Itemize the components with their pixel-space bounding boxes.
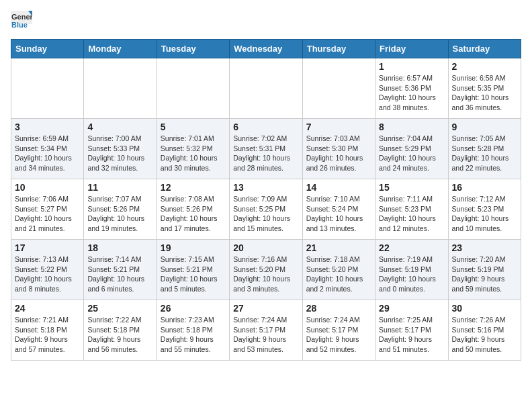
calendar-cell: [11, 58, 84, 119]
day-info: Sunrise: 7:23 AM Sunset: 5:18 PM Dayligh…: [161, 315, 226, 355]
day-number: 3: [15, 122, 80, 132]
logo-block: General Blue: [11, 11, 32, 32]
day-number: 2: [452, 61, 517, 72]
day-number: 15: [379, 182, 444, 193]
calendar-cell: 23Sunrise: 7:20 AM Sunset: 5:19 PM Dayli…: [448, 240, 521, 300]
svg-text:General: General: [11, 13, 32, 21]
weekday-header: Saturday: [448, 40, 521, 58]
calendar-cell: [302, 58, 375, 119]
calendar-body: 1Sunrise: 6:57 AM Sunset: 5:36 PM Daylig…: [11, 58, 521, 361]
day-number: 13: [233, 182, 298, 193]
weekday-header: Tuesday: [157, 40, 229, 58]
day-info: Sunrise: 7:11 AM Sunset: 5:23 PM Dayligh…: [379, 194, 444, 234]
day-number: 28: [306, 303, 371, 314]
calendar-cell: 30Sunrise: 7:26 AM Sunset: 5:16 PM Dayli…: [448, 300, 521, 361]
weekday-header: Monday: [84, 40, 157, 58]
day-number: 25: [87, 303, 152, 314]
day-number: 18: [87, 242, 152, 253]
calendar-cell: 14Sunrise: 7:10 AM Sunset: 5:24 PM Dayli…: [302, 179, 375, 240]
logo-svg: General Blue: [11, 11, 32, 32]
day-info: Sunrise: 7:13 AM Sunset: 5:22 PM Dayligh…: [15, 255, 80, 294]
calendar-cell: 6Sunrise: 7:02 AM Sunset: 5:31 PM Daylig…: [230, 119, 302, 179]
day-number: 27: [233, 303, 298, 314]
day-info: Sunrise: 7:02 AM Sunset: 5:31 PM Dayligh…: [233, 134, 298, 173]
day-info: Sunrise: 7:16 AM Sunset: 5:20 PM Dayligh…: [233, 255, 298, 294]
day-info: Sunrise: 7:25 AM Sunset: 5:17 PM Dayligh…: [379, 315, 444, 355]
calendar-cell: [157, 58, 229, 119]
day-info: Sunrise: 7:00 AM Sunset: 5:33 PM Dayligh…: [87, 134, 152, 173]
calendar-cell: [84, 58, 157, 119]
day-number: 12: [161, 182, 226, 193]
day-number: 8: [379, 122, 444, 132]
calendar-cell: 18Sunrise: 7:14 AM Sunset: 5:21 PM Dayli…: [84, 240, 157, 300]
calendar-week-row: 1Sunrise: 6:57 AM Sunset: 5:36 PM Daylig…: [11, 58, 521, 119]
day-number: 23: [452, 242, 517, 253]
calendar-week-row: 3Sunrise: 6:59 AM Sunset: 5:34 PM Daylig…: [11, 119, 521, 179]
day-number: 10: [15, 182, 80, 193]
calendar-cell: 22Sunrise: 7:19 AM Sunset: 5:19 PM Dayli…: [375, 240, 448, 300]
weekday-header: Sunday: [11, 40, 84, 58]
day-info: Sunrise: 7:22 AM Sunset: 5:18 PM Dayligh…: [87, 315, 152, 355]
day-info: Sunrise: 6:58 AM Sunset: 5:35 PM Dayligh…: [452, 73, 517, 113]
day-info: Sunrise: 7:06 AM Sunset: 5:27 PM Dayligh…: [15, 194, 80, 234]
day-info: Sunrise: 7:07 AM Sunset: 5:26 PM Dayligh…: [87, 194, 152, 234]
day-info: Sunrise: 7:26 AM Sunset: 5:16 PM Dayligh…: [452, 315, 517, 355]
calendar-cell: 28Sunrise: 7:24 AM Sunset: 5:17 PM Dayli…: [302, 300, 375, 361]
day-number: 5: [161, 122, 226, 132]
logo: General Blue: [11, 11, 32, 32]
day-info: Sunrise: 7:19 AM Sunset: 5:19 PM Dayligh…: [379, 255, 444, 294]
weekday-header: Wednesday: [230, 40, 302, 58]
day-info: Sunrise: 7:18 AM Sunset: 5:20 PM Dayligh…: [306, 255, 371, 294]
calendar-week-row: 10Sunrise: 7:06 AM Sunset: 5:27 PM Dayli…: [11, 179, 521, 240]
calendar-cell: 25Sunrise: 7:22 AM Sunset: 5:18 PM Dayli…: [84, 300, 157, 361]
day-info: Sunrise: 7:24 AM Sunset: 5:17 PM Dayligh…: [233, 315, 298, 355]
calendar-cell: 4Sunrise: 7:00 AM Sunset: 5:33 PM Daylig…: [84, 119, 157, 179]
header-row: SundayMondayTuesdayWednesdayThursdayFrid…: [11, 40, 521, 58]
day-info: Sunrise: 7:21 AM Sunset: 5:18 PM Dayligh…: [15, 315, 80, 355]
day-info: Sunrise: 7:20 AM Sunset: 5:19 PM Dayligh…: [452, 255, 517, 294]
day-info: Sunrise: 6:57 AM Sunset: 5:36 PM Dayligh…: [379, 73, 444, 113]
weekday-header: Friday: [375, 40, 448, 58]
day-number: 20: [233, 242, 298, 253]
svg-text:Blue: Blue: [11, 21, 28, 29]
calendar-week-row: 17Sunrise: 7:13 AM Sunset: 5:22 PM Dayli…: [11, 240, 521, 300]
calendar-cell: 17Sunrise: 7:13 AM Sunset: 5:22 PM Dayli…: [11, 240, 84, 300]
day-number: 16: [452, 182, 517, 193]
day-number: 29: [379, 303, 444, 314]
calendar-cell: 27Sunrise: 7:24 AM Sunset: 5:17 PM Dayli…: [230, 300, 302, 361]
calendar-table: SundayMondayTuesdayWednesdayThursdayFrid…: [11, 39, 521, 361]
day-number: 1: [379, 61, 444, 72]
day-number: 11: [87, 182, 152, 193]
day-info: Sunrise: 7:24 AM Sunset: 5:17 PM Dayligh…: [306, 315, 371, 355]
day-number: 14: [306, 182, 371, 193]
calendar-cell: 5Sunrise: 7:01 AM Sunset: 5:32 PM Daylig…: [157, 119, 229, 179]
calendar-cell: 24Sunrise: 7:21 AM Sunset: 5:18 PM Dayli…: [11, 300, 84, 361]
calendar-cell: 7Sunrise: 7:03 AM Sunset: 5:30 PM Daylig…: [302, 119, 375, 179]
day-number: 4: [87, 122, 152, 132]
day-info: Sunrise: 7:12 AM Sunset: 5:23 PM Dayligh…: [452, 194, 517, 234]
day-number: 9: [452, 122, 517, 132]
day-number: 7: [306, 122, 371, 132]
page-header: General Blue: [11, 11, 521, 32]
day-info: Sunrise: 7:15 AM Sunset: 5:21 PM Dayligh…: [161, 255, 226, 294]
calendar-cell: 16Sunrise: 7:12 AM Sunset: 5:23 PM Dayli…: [448, 179, 521, 240]
day-info: Sunrise: 7:08 AM Sunset: 5:26 PM Dayligh…: [161, 194, 226, 234]
calendar-cell: 3Sunrise: 6:59 AM Sunset: 5:34 PM Daylig…: [11, 119, 84, 179]
calendar-cell: 21Sunrise: 7:18 AM Sunset: 5:20 PM Dayli…: [302, 240, 375, 300]
day-info: Sunrise: 6:59 AM Sunset: 5:34 PM Dayligh…: [15, 134, 80, 173]
calendar-cell: 12Sunrise: 7:08 AM Sunset: 5:26 PM Dayli…: [157, 179, 229, 240]
calendar-cell: 8Sunrise: 7:04 AM Sunset: 5:29 PM Daylig…: [375, 119, 448, 179]
calendar-week-row: 24Sunrise: 7:21 AM Sunset: 5:18 PM Dayli…: [11, 300, 521, 361]
calendar-cell: 1Sunrise: 6:57 AM Sunset: 5:36 PM Daylig…: [375, 58, 448, 119]
calendar-cell: 10Sunrise: 7:06 AM Sunset: 5:27 PM Dayli…: [11, 179, 84, 240]
calendar-cell: 11Sunrise: 7:07 AM Sunset: 5:26 PM Dayli…: [84, 179, 157, 240]
day-number: 21: [306, 242, 371, 253]
weekday-header: Thursday: [302, 40, 375, 58]
calendar-cell: 13Sunrise: 7:09 AM Sunset: 5:25 PM Dayli…: [230, 179, 302, 240]
day-number: 17: [15, 242, 80, 253]
day-info: Sunrise: 7:05 AM Sunset: 5:28 PM Dayligh…: [452, 134, 517, 173]
calendar-header: SundayMondayTuesdayWednesdayThursdayFrid…: [11, 40, 521, 58]
day-number: 6: [233, 122, 298, 132]
day-number: 24: [15, 303, 80, 314]
calendar-cell: 9Sunrise: 7:05 AM Sunset: 5:28 PM Daylig…: [448, 119, 521, 179]
